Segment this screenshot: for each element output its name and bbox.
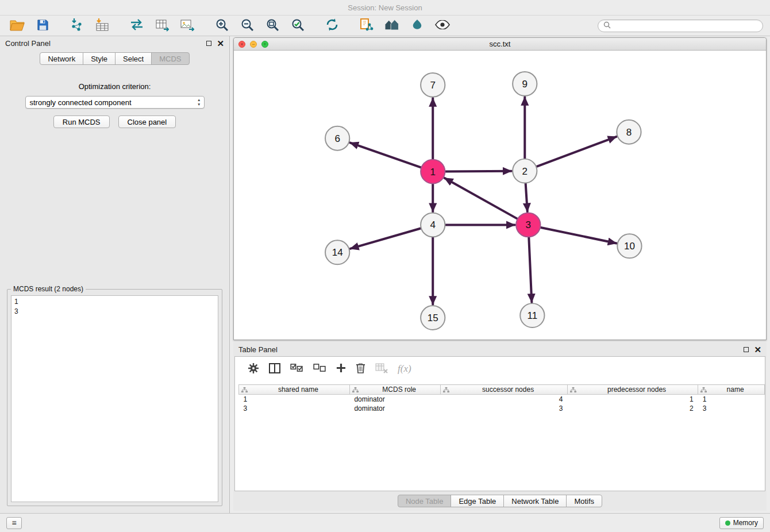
column-sort-icon <box>241 387 248 395</box>
float-table-panel-icon[interactable] <box>744 347 749 352</box>
split-view-button[interactable] <box>269 363 280 375</box>
control-panel-tabs: NetworkStyleSelectMCDS <box>0 52 229 65</box>
minimize-window-icon[interactable]: − <box>250 41 257 48</box>
network-from-url-button[interactable] <box>126 17 147 34</box>
save-session-button[interactable] <box>32 17 53 34</box>
network-canvas[interactable]: 7968124314101511 <box>234 51 766 340</box>
node-4[interactable]: 4 <box>421 213 445 237</box>
optimization-criterion-select[interactable]: strongly connected component ▲▼ <box>25 96 205 109</box>
apply-style-button[interactable] <box>407 17 428 34</box>
zoom-in-button[interactable] <box>211 17 232 34</box>
column-settings-button[interactable] <box>248 363 259 376</box>
tab-network-table[interactable]: Network Table <box>503 495 567 507</box>
svg-text:2: 2 <box>522 166 528 177</box>
mcds-result-text[interactable]: 1 3 <box>11 295 218 502</box>
node-3[interactable]: 3 <box>516 213 540 237</box>
gear-icon <box>248 363 259 376</box>
save-icon <box>37 19 49 33</box>
memory-button[interactable]: Memory <box>719 517 764 529</box>
delete-columns-button[interactable] <box>356 363 365 375</box>
node-15[interactable]: 15 <box>421 306 445 330</box>
column-header-name[interactable]: name <box>698 385 765 395</box>
zoom-window-icon[interactable]: + <box>261 41 268 48</box>
deselect-all-columns-button[interactable] <box>313 364 326 374</box>
node-9[interactable]: 9 <box>513 72 537 96</box>
column-sort-icon <box>570 387 576 395</box>
delete-table-button[interactable] <box>375 363 388 375</box>
table-arrow-icon <box>155 18 169 33</box>
function-builder-button[interactable]: f(x) <box>398 363 411 375</box>
close-window-icon[interactable]: × <box>238 41 245 48</box>
tab-node-table[interactable]: Node Table <box>398 495 452 507</box>
title-bar: Session: New Session <box>0 0 770 16</box>
table-row[interactable]: 1dominator411 <box>239 395 765 404</box>
node-6[interactable]: 6 <box>325 126 349 151</box>
column-header-predecessor-nodes[interactable]: predecessor nodes <box>567 385 698 395</box>
table-from-url-button[interactable] <box>152 17 172 34</box>
node-1[interactable]: 1 <box>421 160 445 184</box>
checked-boxes-icon <box>290 364 303 374</box>
search-input[interactable] <box>614 22 757 30</box>
edge-1-2[interactable] <box>445 171 511 172</box>
column-header-MCDS-role[interactable]: MCDS role <box>349 385 440 395</box>
zoom-fit-button[interactable] <box>262 17 283 34</box>
close-table-panel-icon[interactable]: ✕ <box>754 345 761 354</box>
edge-2-3[interactable] <box>526 184 528 212</box>
export-image-button[interactable] <box>177 17 198 34</box>
table-row[interactable]: 3dominator323 <box>239 404 765 413</box>
edge-4-14[interactable] <box>350 228 421 248</box>
tab-select[interactable]: Select <box>115 52 152 65</box>
import-table-button[interactable] <box>92 17 113 34</box>
copy-view-button[interactable] <box>356 17 377 34</box>
show-hide-details-button[interactable] <box>432 17 453 34</box>
edge-3-11[interactable] <box>529 237 532 302</box>
svg-text:14: 14 <box>332 247 343 258</box>
table-panel-body: f(x) shared nameMCDS rolesuccessor nodes… <box>234 356 765 491</box>
main-area: Control Panel ✕ NetworkStyleSelectMCDS O… <box>0 36 770 513</box>
import-network-button[interactable] <box>67 17 87 34</box>
network-window-titlebar[interactable]: scc.txt × − + <box>234 38 766 51</box>
zoom-in-icon <box>215 18 228 33</box>
select-stepper-icon: ▲▼ <box>197 98 201 107</box>
close-panel-button[interactable]: Close panel <box>118 115 176 128</box>
select-all-columns-button[interactable] <box>290 364 303 374</box>
tab-style[interactable]: Style <box>83 52 116 65</box>
create-column-button[interactable] <box>336 363 346 375</box>
edge-3-10[interactable] <box>541 228 617 244</box>
edge-1-6[interactable] <box>350 142 421 167</box>
node-14[interactable]: 14 <box>325 240 349 264</box>
edge-3-1[interactable] <box>444 178 517 219</box>
edge-2-8[interactable] <box>537 137 617 167</box>
control-panel-header: Control Panel ✕ <box>0 36 229 50</box>
node-8[interactable]: 8 <box>617 120 641 144</box>
node-7[interactable]: 7 <box>421 73 445 97</box>
import-network-icon <box>70 18 84 33</box>
column-header-successor-nodes[interactable]: successor nodes <box>441 385 567 395</box>
node-10[interactable]: 10 <box>617 234 641 258</box>
panel-menu-button[interactable]: ≡ <box>6 517 22 529</box>
zoom-out-button[interactable] <box>237 17 257 34</box>
node-2[interactable]: 2 <box>513 159 537 183</box>
svg-text:4: 4 <box>430 219 436 230</box>
tab-motifs[interactable]: Motifs <box>566 495 602 507</box>
selected-option-label: strongly connected component <box>30 98 132 107</box>
node-11[interactable]: 11 <box>520 303 544 327</box>
import-table-icon <box>95 18 109 33</box>
tab-mcds[interactable]: MCDS <box>151 52 189 65</box>
tab-edge-table[interactable]: Edge Table <box>451 495 504 507</box>
home-button[interactable] <box>382 17 402 34</box>
refresh-view-button[interactable] <box>322 17 342 34</box>
zoom-selected-button[interactable] <box>287 17 308 34</box>
column-header-shared-name[interactable]: shared name <box>239 385 350 395</box>
float-control-panel-icon[interactable] <box>206 41 211 46</box>
node-table-head-row: shared nameMCDS rolesuccessor nodesprede… <box>239 385 765 395</box>
tab-network[interactable]: Network <box>40 52 83 65</box>
search-icon <box>603 21 611 31</box>
close-control-panel-icon[interactable]: ✕ <box>217 39 224 48</box>
list-menu-icon: ≡ <box>11 518 16 527</box>
zoom-out-icon <box>241 18 253 33</box>
network-window-title: scc.txt <box>234 40 766 48</box>
run-mcds-button[interactable]: Run MCDS <box>53 115 110 128</box>
control-panel-title: Control Panel <box>5 39 51 48</box>
open-file-button[interactable] <box>7 17 28 34</box>
